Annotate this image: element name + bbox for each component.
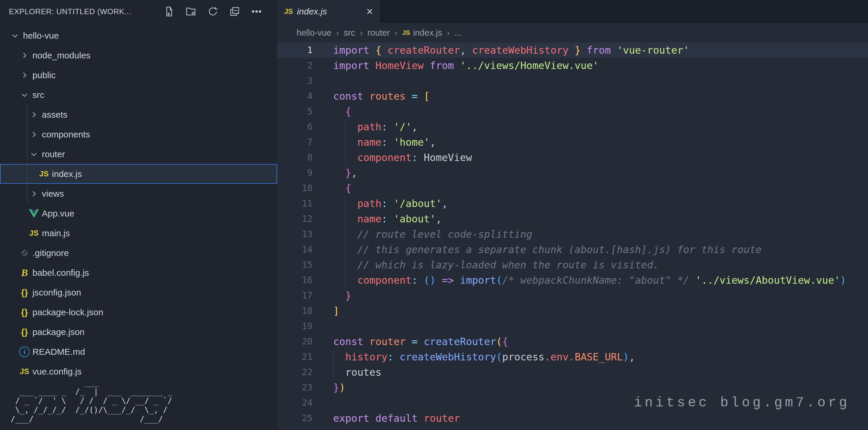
collapse-all-icon[interactable] — [228, 5, 241, 18]
tree-item-label: jsconfig.json — [32, 287, 81, 298]
breadcrumb: hello-vue›src›router›JSindex.js›... — [277, 23, 868, 42]
code-line-text: component: HomeView — [333, 150, 472, 165]
tree-file-jsconfig-json[interactable]: {}jsconfig.json — [0, 282, 277, 302]
code-line-text: name: 'about', — [333, 211, 442, 226]
babel-file-icon: B — [21, 267, 28, 278]
tree-chevron — [18, 49, 31, 62]
line-number: 21 — [277, 349, 313, 365]
chevron-right-icon — [30, 111, 38, 119]
line-number: 9 — [277, 165, 313, 181]
chevron-right-icon — [30, 190, 38, 198]
line-number: 1 — [277, 42, 313, 58]
explorer-title: EXPLORER: UNTITLED (WORK... — [9, 7, 131, 16]
code-line-25: 25export default router — [277, 410, 868, 426]
tree-file-app-vue[interactable]: App.vue — [0, 204, 277, 223]
breadcrumb-item-index-js[interactable]: JSindex.js — [402, 28, 442, 38]
tree-file-package-lock-json[interactable]: {}package-lock.json — [0, 302, 277, 322]
tree-file-icon-box: {} — [18, 306, 31, 318]
tree-indent-guide — [27, 105, 27, 204]
tree-folder-hello-vue[interactable]: hello-vue — [0, 26, 277, 45]
line-number: 18 — [277, 303, 313, 318]
code-line-text: { — [333, 181, 351, 196]
tree-chevron — [18, 89, 31, 101]
breadcrumb-item-hello-vue[interactable]: hello-vue — [297, 28, 332, 38]
tree-folder-src[interactable]: src — [0, 85, 277, 105]
breadcrumb-item-router[interactable]: router — [367, 28, 390, 38]
code-line-26: 26 — [277, 426, 868, 430]
tree-file-readme-md[interactable]: iREADME.md — [0, 342, 277, 362]
vscode-window: EXPLORER: UNTITLED (WORK... hello-vuenod… — [0, 0, 868, 430]
tree-folder-router[interactable]: router — [0, 144, 277, 164]
code-line-text: import { createRouter, createWebHistory … — [333, 42, 689, 58]
code-line-5: 5 { — [277, 104, 868, 119]
tree-file--gitignore[interactable]: .gitignore — [0, 243, 277, 263]
line-number: 14 — [277, 242, 313, 257]
tree-file-icon-box — [18, 247, 31, 259]
code-line-22: 22 routes — [277, 365, 868, 380]
js-file-icon: JS — [284, 7, 293, 16]
chevron-down-icon — [30, 150, 38, 158]
tree-chevron — [9, 30, 21, 42]
tree-item-label: assets — [42, 110, 67, 120]
tree-file-icon-box: JS — [28, 227, 40, 240]
tree-file-icon-box: i — [18, 346, 31, 358]
js-file-icon: JS — [29, 228, 39, 238]
tree-folder-components[interactable]: components — [0, 124, 277, 144]
code-line-text: }, — [333, 165, 357, 181]
line-number: 12 — [277, 211, 313, 226]
line-number: 7 — [277, 134, 313, 150]
tree-file-index-js[interactable]: JSindex.js — [0, 164, 277, 184]
tab-index-js[interactable]: JS index.js × — [277, 0, 380, 23]
js-file-icon: JS — [20, 367, 29, 376]
tree-file-main-js[interactable]: JSmain.js — [0, 223, 277, 243]
code-line-text: { — [333, 104, 351, 119]
breadcrumb-item-label: hello-vue — [297, 28, 332, 38]
line-number: 20 — [277, 334, 313, 349]
new-file-icon[interactable] — [163, 5, 176, 18]
tree-item-label: components — [42, 129, 90, 140]
tree-folder-views[interactable]: views — [0, 184, 277, 204]
tree-file-icon-box — [28, 207, 40, 220]
explorer-sidebar: EXPLORER: UNTITLED (WORK... hello-vuenod… — [0, 0, 277, 430]
line-number: 3 — [277, 73, 313, 89]
line-number: 22 — [277, 365, 313, 380]
tree-item-label: package.json — [32, 327, 85, 337]
refresh-icon[interactable] — [206, 5, 219, 18]
line-number: 15 — [277, 257, 313, 273]
chevron-right-icon — [30, 130, 38, 139]
breadcrumb-item-src[interactable]: src — [344, 28, 355, 38]
code-line-text: const router = createRouter({ — [333, 334, 508, 349]
breadcrumb-item--[interactable]: ... — [454, 28, 461, 38]
code-line-9: 9 }, — [277, 165, 868, 181]
tree-chevron — [28, 188, 40, 200]
tree-item-label: main.js — [42, 228, 70, 238]
tree-folder-public[interactable]: public — [0, 65, 277, 85]
line-number: 19 — [277, 318, 313, 334]
file-tree: hello-vuenode_modulespublicsrcassetscomp… — [0, 26, 277, 381]
code-line-14: 14 // this generates a separate chunk (a… — [277, 242, 868, 257]
code-line-text: const routes = [ — [333, 89, 430, 104]
tree-item-label: src — [32, 90, 44, 100]
line-number: 5 — [277, 104, 313, 119]
close-icon[interactable]: × — [367, 6, 373, 17]
tree-item-label: node_modules — [32, 51, 91, 60]
tree-file-package-json[interactable]: {}package.json — [0, 322, 277, 342]
tree-file-babel-config-js[interactable]: Bbabel.config.js — [0, 263, 277, 282]
more-icon[interactable] — [250, 5, 263, 18]
tree-file-icon-box: JS — [38, 168, 50, 180]
new-folder-icon[interactable] — [185, 5, 197, 18]
tree-item-label: hello-vue — [23, 31, 59, 41]
code-line-8: 8 component: HomeView — [277, 150, 868, 165]
js-file-icon: JS — [402, 29, 410, 37]
code-line-text: export default router — [333, 410, 460, 426]
vue-file-icon — [29, 209, 39, 218]
tree-folder-assets[interactable]: assets — [0, 105, 277, 124]
code-line-23: 23}) — [277, 380, 868, 395]
line-number: 24 — [277, 395, 313, 410]
watermark: initsec blog.gm7.org — [634, 395, 850, 410]
code-line-3: 3 — [277, 73, 868, 89]
tree-item-label: package-lock.json — [32, 307, 103, 317]
line-number: 6 — [277, 119, 313, 134]
editor-surface[interactable]: 1import { createRouter, createWebHistory… — [277, 42, 868, 430]
tree-folder-node-modules[interactable]: node_modules — [0, 45, 277, 65]
